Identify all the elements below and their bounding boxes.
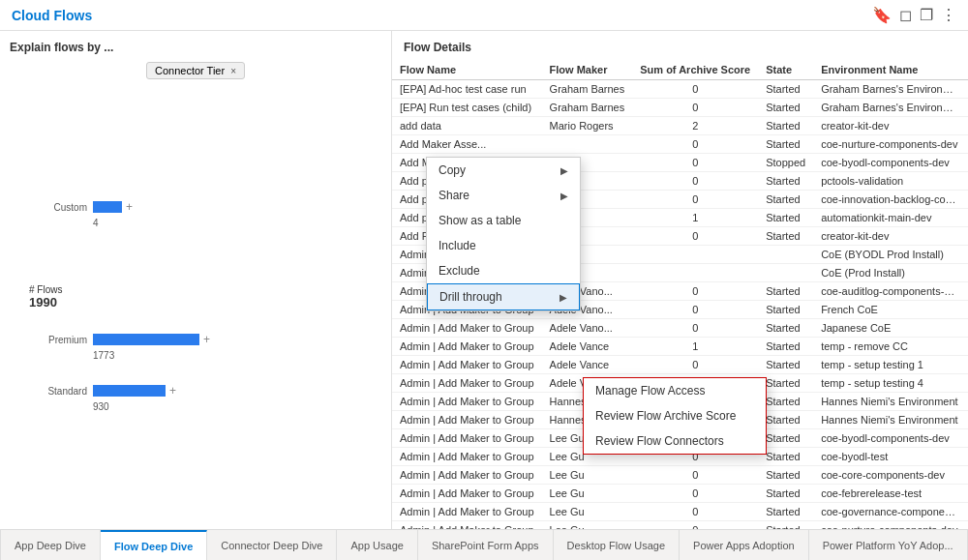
menu-copy[interactable]: Copy ▶ bbox=[427, 158, 580, 183]
context-menu-overlay: Copy ▶ Share ▶ Show as a table Include E… bbox=[426, 157, 581, 311]
menu-exclude[interactable]: Exclude bbox=[427, 258, 580, 283]
table-row[interactable]: Admin | Add Maker to Group Adele Vance 0… bbox=[392, 356, 968, 374]
menu-copy-label: Copy bbox=[439, 163, 466, 177]
submenu-review-flow-connectors[interactable]: Review Flow Connectors bbox=[584, 428, 766, 454]
submenu-manage-flow-access[interactable]: Manage Flow Access bbox=[584, 378, 766, 403]
table-row[interactable]: Add Maker Asse... 0 Started coe-nurture-… bbox=[392, 135, 968, 154]
cell-flow-maker[interactable]: Lee Gu bbox=[542, 466, 633, 485]
cell-flow-name: Admin | Add Maker to Group bbox=[392, 356, 542, 374]
cell-state: Started bbox=[758, 117, 813, 135]
menu-share-label: Share bbox=[439, 189, 469, 202]
table-row[interactable]: Admin | Add Maker to Group Lee Gu 0 Star… bbox=[392, 503, 968, 521]
cell-flow-name: [EPA] Run test cases (child) bbox=[392, 99, 542, 117]
more-icon[interactable]: ⋮ bbox=[941, 6, 956, 24]
bar-container-custom: + bbox=[93, 200, 362, 214]
cell-env-name: coe-innovation-backlog-compo bbox=[813, 191, 968, 209]
menu-include[interactable]: Include bbox=[427, 233, 580, 258]
cell-flow-name: Admin | Add Maker to Group bbox=[392, 393, 542, 411]
bar-plus-custom[interactable]: + bbox=[126, 200, 133, 214]
filter-chip-connector-tier[interactable]: Connector Tier × bbox=[146, 62, 245, 79]
submenu-review-flow-archive[interactable]: Review Flow Archive Score bbox=[584, 403, 766, 428]
tab-app-deep-dive[interactable]: App Deep Dive bbox=[0, 530, 101, 560]
cell-flow-maker[interactable]: Adele Vano... bbox=[542, 319, 633, 338]
cell-state: Started bbox=[758, 301, 813, 319]
context-menu: Copy ▶ Share ▶ Show as a table Include E… bbox=[426, 157, 581, 311]
tab-flow-deep-dive[interactable]: Flow Deep Dive bbox=[101, 530, 207, 560]
cell-flow-maker[interactable]: Graham Barnes bbox=[542, 80, 633, 99]
menu-show-table[interactable]: Show as a table bbox=[427, 208, 580, 233]
chart-bar-standard[interactable]: Standard + 930 bbox=[29, 380, 362, 412]
cell-state: Started bbox=[758, 503, 813, 521]
cell-env-name: coe-byodl-components-dev bbox=[813, 154, 968, 172]
filter-chip-close[interactable]: × bbox=[230, 66, 236, 76]
tab-power-platform-yoy[interactable]: Power Platform YoY Adop... bbox=[809, 530, 968, 560]
flows-indicator: # Flows 1990 bbox=[29, 277, 362, 309]
bookmark-icon[interactable]: 🔖 bbox=[872, 6, 892, 24]
cell-env-name: coe-core-components-dev bbox=[813, 466, 968, 485]
cell-state: Started bbox=[758, 99, 813, 117]
bar-label-custom: Custom bbox=[29, 202, 87, 213]
table-row[interactable]: Admin | Add Maker to Group Lee Gu 0 Star… bbox=[392, 521, 968, 530]
tab-app-usage[interactable]: App Usage bbox=[337, 530, 417, 560]
cell-env-name: coe-auditlog-components-dev bbox=[813, 282, 968, 301]
table-row[interactable]: [EPA] Ad-hoc test case run Graham Barnes… bbox=[392, 80, 968, 99]
cell-env-name: French CoE bbox=[813, 301, 968, 319]
flows-label: # Flows bbox=[29, 284, 362, 295]
main-wrapper: Explain flows by ... Connector Tier × Cu… bbox=[0, 31, 968, 529]
cell-archive-score: 0 bbox=[632, 485, 758, 503]
cell-flow-name: Admin | Add Maker to Group bbox=[392, 466, 542, 485]
menu-drill-through[interactable]: Drill through ▶ Manage Flow Access Revie… bbox=[427, 283, 580, 310]
left-panel-title: Explain flows by ... bbox=[10, 41, 381, 54]
cell-env-name: pctools-validation bbox=[813, 172, 968, 191]
table-row[interactable]: Admin | Add Maker to Group Adele Vance 1… bbox=[392, 338, 968, 356]
chart-area: Custom + 4 # Flows 1990 bbox=[10, 89, 381, 519]
cell-archive-score: 0 bbox=[632, 172, 758, 191]
bar-premium bbox=[93, 334, 199, 345]
table-row[interactable]: Admin | Add Maker to Group Lee Gu 0 Star… bbox=[392, 466, 968, 485]
cell-flow-maker[interactable]: Lee Gu bbox=[542, 503, 633, 521]
table-row[interactable]: Admin | Add Maker to Group Adele Vano...… bbox=[392, 319, 968, 338]
table-row[interactable]: Admin | Add Maker to Group Lee Gu 0 Star… bbox=[392, 485, 968, 503]
menu-drill-through-label: Drill through bbox=[439, 290, 502, 304]
cell-state: Started bbox=[758, 191, 813, 209]
cell-flow-maker[interactable]: Graham Barnes bbox=[542, 99, 633, 117]
cell-env-name: coe-byodl-components-dev bbox=[813, 429, 968, 448]
cell-env-name: Graham Barnes's Environment bbox=[813, 80, 968, 99]
header-actions: 🔖 ◻ ❐ ⋮ bbox=[872, 6, 956, 24]
copy-icon[interactable]: ◻ bbox=[899, 6, 912, 24]
cell-flow-name: [EPA] Ad-hoc test case run bbox=[392, 80, 542, 99]
tab-power-apps-adoption[interactable]: Power Apps Adoption bbox=[680, 530, 809, 560]
cell-env-name: creator-kit-dev bbox=[813, 227, 968, 246]
tab-connector-deep-dive[interactable]: Connector Deep Dive bbox=[207, 530, 337, 560]
chart-bar-premium[interactable]: Premium + 1773 bbox=[29, 329, 362, 361]
bar-sublabel-standard: 930 bbox=[29, 401, 362, 412]
cell-flow-name: Admin | Add Maker to Group bbox=[392, 503, 542, 521]
menu-share[interactable]: Share ▶ bbox=[427, 183, 580, 208]
cell-flow-maker[interactable]: Adele Vance bbox=[542, 356, 633, 374]
chart-bar-custom[interactable]: Custom + 4 bbox=[29, 196, 362, 228]
cell-state: Started bbox=[758, 466, 813, 485]
table-row[interactable]: add data Mario Rogers 2 Started creator-… bbox=[392, 117, 968, 135]
col-flow-maker: Flow Maker bbox=[542, 60, 633, 80]
filter-chip-label: Connector Tier bbox=[155, 65, 225, 76]
cell-archive-score bbox=[632, 264, 758, 282]
cell-flow-maker[interactable]: Lee Gu bbox=[542, 521, 633, 530]
bar-plus-premium[interactable]: + bbox=[203, 333, 210, 346]
cell-archive-score: 0 bbox=[632, 319, 758, 338]
expand-icon[interactable]: ❐ bbox=[920, 6, 933, 24]
cell-flow-maker[interactable]: Lee Gu bbox=[542, 485, 633, 503]
cell-state: Started bbox=[758, 319, 813, 338]
bar-container-premium: + bbox=[93, 333, 362, 346]
menu-include-label: Include bbox=[439, 239, 476, 252]
cell-flow-name: Add Maker Asse... bbox=[392, 135, 542, 154]
cell-flow-name: Admin | Add Maker to Group bbox=[392, 448, 542, 466]
bar-plus-standard[interactable]: + bbox=[169, 384, 176, 398]
cell-flow-maker: Mario Rogers bbox=[542, 117, 633, 135]
cell-flow-maker[interactable]: Adele Vance bbox=[542, 338, 633, 356]
cell-env-name: Hannes Niemi's Environment bbox=[813, 411, 968, 429]
tab-desktop-flow-usage[interactable]: Desktop Flow Usage bbox=[554, 530, 681, 560]
cell-archive-score: 0 bbox=[632, 227, 758, 246]
cell-archive-score: 0 bbox=[632, 301, 758, 319]
tab-sharepoint-form-apps[interactable]: SharePoint Form Apps bbox=[418, 530, 554, 560]
table-row[interactable]: [EPA] Run test cases (child) Graham Barn… bbox=[392, 99, 968, 117]
